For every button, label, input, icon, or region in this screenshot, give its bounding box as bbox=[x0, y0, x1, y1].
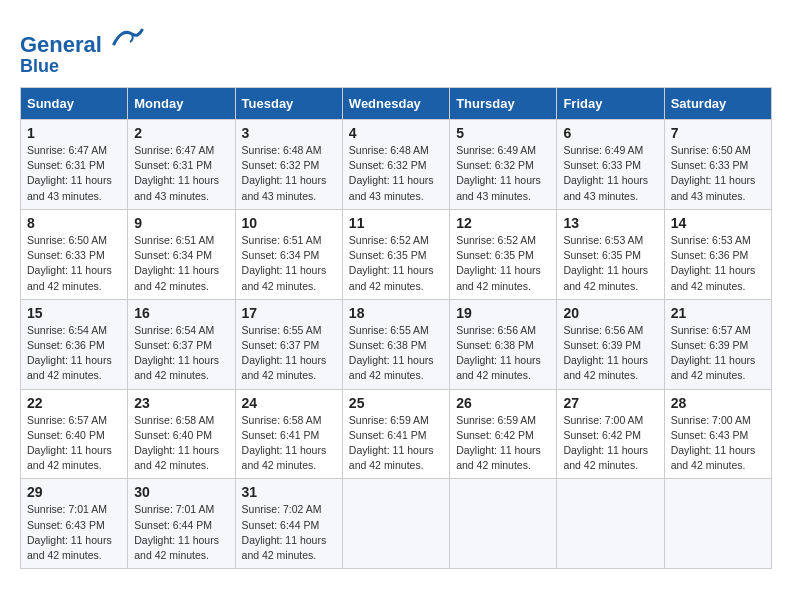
calendar-day-cell: 20 Sunrise: 6:56 AM Sunset: 6:39 PM Dayl… bbox=[557, 299, 664, 389]
page-header: General Blue bbox=[20, 20, 772, 77]
day-number: 20 bbox=[563, 305, 657, 321]
day-number: 12 bbox=[456, 215, 550, 231]
day-info: Sunrise: 6:54 AM Sunset: 6:37 PM Dayligh… bbox=[134, 323, 228, 384]
day-info: Sunrise: 6:55 AM Sunset: 6:38 PM Dayligh… bbox=[349, 323, 443, 384]
day-number: 6 bbox=[563, 125, 657, 141]
day-info: Sunrise: 6:50 AM Sunset: 6:33 PM Dayligh… bbox=[671, 143, 765, 204]
day-number: 10 bbox=[242, 215, 336, 231]
calendar-week-row: 22 Sunrise: 6:57 AM Sunset: 6:40 PM Dayl… bbox=[21, 389, 772, 479]
day-info: Sunrise: 7:02 AM Sunset: 6:44 PM Dayligh… bbox=[242, 502, 336, 563]
weekday-header: Wednesday bbox=[342, 87, 449, 119]
calendar-day-cell: 2 Sunrise: 6:47 AM Sunset: 6:31 PM Dayli… bbox=[128, 119, 235, 209]
weekday-header: Thursday bbox=[450, 87, 557, 119]
calendar-week-row: 1 Sunrise: 6:47 AM Sunset: 6:31 PM Dayli… bbox=[21, 119, 772, 209]
calendar-day-cell: 10 Sunrise: 6:51 AM Sunset: 6:34 PM Dayl… bbox=[235, 209, 342, 299]
calendar-day-cell: 13 Sunrise: 6:53 AM Sunset: 6:35 PM Dayl… bbox=[557, 209, 664, 299]
day-number: 5 bbox=[456, 125, 550, 141]
logo-general: General bbox=[20, 32, 102, 57]
day-info: Sunrise: 6:50 AM Sunset: 6:33 PM Dayligh… bbox=[27, 233, 121, 294]
calendar-day-cell bbox=[342, 479, 449, 569]
day-info: Sunrise: 6:52 AM Sunset: 6:35 PM Dayligh… bbox=[456, 233, 550, 294]
day-info: Sunrise: 6:57 AM Sunset: 6:39 PM Dayligh… bbox=[671, 323, 765, 384]
day-number: 28 bbox=[671, 395, 765, 411]
day-number: 15 bbox=[27, 305, 121, 321]
day-number: 11 bbox=[349, 215, 443, 231]
day-number: 2 bbox=[134, 125, 228, 141]
day-number: 8 bbox=[27, 215, 121, 231]
calendar-day-cell: 27 Sunrise: 7:00 AM Sunset: 6:42 PM Dayl… bbox=[557, 389, 664, 479]
calendar-day-cell: 14 Sunrise: 6:53 AM Sunset: 6:36 PM Dayl… bbox=[664, 209, 771, 299]
day-number: 17 bbox=[242, 305, 336, 321]
day-number: 14 bbox=[671, 215, 765, 231]
logo: General Blue bbox=[20, 20, 144, 77]
day-number: 18 bbox=[349, 305, 443, 321]
calendar-day-cell: 5 Sunrise: 6:49 AM Sunset: 6:32 PM Dayli… bbox=[450, 119, 557, 209]
calendar-day-cell: 9 Sunrise: 6:51 AM Sunset: 6:34 PM Dayli… bbox=[128, 209, 235, 299]
day-info: Sunrise: 6:54 AM Sunset: 6:36 PM Dayligh… bbox=[27, 323, 121, 384]
day-info: Sunrise: 6:48 AM Sunset: 6:32 PM Dayligh… bbox=[349, 143, 443, 204]
calendar-day-cell: 18 Sunrise: 6:55 AM Sunset: 6:38 PM Dayl… bbox=[342, 299, 449, 389]
calendar-day-cell bbox=[450, 479, 557, 569]
calendar-day-cell: 11 Sunrise: 6:52 AM Sunset: 6:35 PM Dayl… bbox=[342, 209, 449, 299]
calendar-day-cell: 22 Sunrise: 6:57 AM Sunset: 6:40 PM Dayl… bbox=[21, 389, 128, 479]
calendar-day-cell: 26 Sunrise: 6:59 AM Sunset: 6:42 PM Dayl… bbox=[450, 389, 557, 479]
calendar-day-cell: 16 Sunrise: 6:54 AM Sunset: 6:37 PM Dayl… bbox=[128, 299, 235, 389]
calendar-day-cell: 28 Sunrise: 7:00 AM Sunset: 6:43 PM Dayl… bbox=[664, 389, 771, 479]
calendar-day-cell: 7 Sunrise: 6:50 AM Sunset: 6:33 PM Dayli… bbox=[664, 119, 771, 209]
day-info: Sunrise: 7:00 AM Sunset: 6:42 PM Dayligh… bbox=[563, 413, 657, 474]
day-info: Sunrise: 6:58 AM Sunset: 6:40 PM Dayligh… bbox=[134, 413, 228, 474]
day-number: 24 bbox=[242, 395, 336, 411]
calendar-day-cell: 29 Sunrise: 7:01 AM Sunset: 6:43 PM Dayl… bbox=[21, 479, 128, 569]
day-info: Sunrise: 7:00 AM Sunset: 6:43 PM Dayligh… bbox=[671, 413, 765, 474]
weekday-header: Monday bbox=[128, 87, 235, 119]
calendar-day-cell: 4 Sunrise: 6:48 AM Sunset: 6:32 PM Dayli… bbox=[342, 119, 449, 209]
weekday-header: Sunday bbox=[21, 87, 128, 119]
calendar-day-cell: 17 Sunrise: 6:55 AM Sunset: 6:37 PM Dayl… bbox=[235, 299, 342, 389]
day-info: Sunrise: 6:51 AM Sunset: 6:34 PM Dayligh… bbox=[134, 233, 228, 294]
day-number: 30 bbox=[134, 484, 228, 500]
day-info: Sunrise: 6:51 AM Sunset: 6:34 PM Dayligh… bbox=[242, 233, 336, 294]
day-number: 27 bbox=[563, 395, 657, 411]
calendar-day-cell: 12 Sunrise: 6:52 AM Sunset: 6:35 PM Dayl… bbox=[450, 209, 557, 299]
calendar-body: 1 Sunrise: 6:47 AM Sunset: 6:31 PM Dayli… bbox=[21, 119, 772, 568]
day-info: Sunrise: 6:53 AM Sunset: 6:36 PM Dayligh… bbox=[671, 233, 765, 294]
day-info: Sunrise: 6:49 AM Sunset: 6:33 PM Dayligh… bbox=[563, 143, 657, 204]
weekday-header: Tuesday bbox=[235, 87, 342, 119]
calendar-week-row: 8 Sunrise: 6:50 AM Sunset: 6:33 PM Dayli… bbox=[21, 209, 772, 299]
day-info: Sunrise: 6:59 AM Sunset: 6:42 PM Dayligh… bbox=[456, 413, 550, 474]
calendar-day-cell: 24 Sunrise: 6:58 AM Sunset: 6:41 PM Dayl… bbox=[235, 389, 342, 479]
day-number: 1 bbox=[27, 125, 121, 141]
calendar-day-cell: 15 Sunrise: 6:54 AM Sunset: 6:36 PM Dayl… bbox=[21, 299, 128, 389]
day-number: 16 bbox=[134, 305, 228, 321]
day-number: 29 bbox=[27, 484, 121, 500]
calendar-day-cell: 3 Sunrise: 6:48 AM Sunset: 6:32 PM Dayli… bbox=[235, 119, 342, 209]
day-info: Sunrise: 6:55 AM Sunset: 6:37 PM Dayligh… bbox=[242, 323, 336, 384]
day-number: 13 bbox=[563, 215, 657, 231]
day-number: 7 bbox=[671, 125, 765, 141]
day-info: Sunrise: 6:49 AM Sunset: 6:32 PM Dayligh… bbox=[456, 143, 550, 204]
day-info: Sunrise: 6:53 AM Sunset: 6:35 PM Dayligh… bbox=[563, 233, 657, 294]
day-info: Sunrise: 6:57 AM Sunset: 6:40 PM Dayligh… bbox=[27, 413, 121, 474]
day-info: Sunrise: 7:01 AM Sunset: 6:44 PM Dayligh… bbox=[134, 502, 228, 563]
calendar-day-cell: 19 Sunrise: 6:56 AM Sunset: 6:38 PM Dayl… bbox=[450, 299, 557, 389]
logo-blue: Blue bbox=[20, 57, 144, 77]
day-number: 3 bbox=[242, 125, 336, 141]
calendar-day-cell bbox=[557, 479, 664, 569]
day-info: Sunrise: 6:47 AM Sunset: 6:31 PM Dayligh… bbox=[27, 143, 121, 204]
day-number: 22 bbox=[27, 395, 121, 411]
day-number: 25 bbox=[349, 395, 443, 411]
calendar-day-cell: 21 Sunrise: 6:57 AM Sunset: 6:39 PM Dayl… bbox=[664, 299, 771, 389]
day-info: Sunrise: 6:48 AM Sunset: 6:32 PM Dayligh… bbox=[242, 143, 336, 204]
calendar-table: SundayMondayTuesdayWednesdayThursdayFrid… bbox=[20, 87, 772, 569]
day-number: 23 bbox=[134, 395, 228, 411]
day-number: 4 bbox=[349, 125, 443, 141]
calendar-day-cell: 31 Sunrise: 7:02 AM Sunset: 6:44 PM Dayl… bbox=[235, 479, 342, 569]
day-info: Sunrise: 7:01 AM Sunset: 6:43 PM Dayligh… bbox=[27, 502, 121, 563]
day-info: Sunrise: 6:56 AM Sunset: 6:38 PM Dayligh… bbox=[456, 323, 550, 384]
weekday-header: Saturday bbox=[664, 87, 771, 119]
calendar-week-row: 29 Sunrise: 7:01 AM Sunset: 6:43 PM Dayl… bbox=[21, 479, 772, 569]
day-number: 9 bbox=[134, 215, 228, 231]
calendar-header-row: SundayMondayTuesdayWednesdayThursdayFrid… bbox=[21, 87, 772, 119]
day-info: Sunrise: 6:59 AM Sunset: 6:41 PM Dayligh… bbox=[349, 413, 443, 474]
day-number: 19 bbox=[456, 305, 550, 321]
